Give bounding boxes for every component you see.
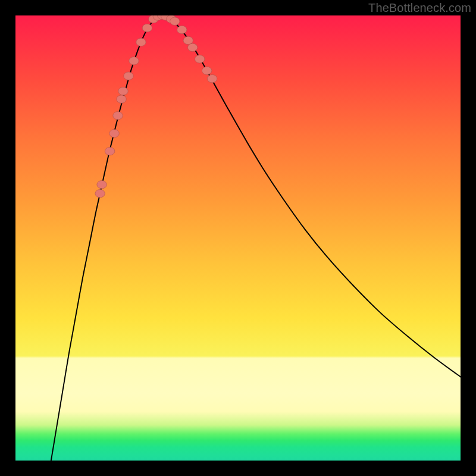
marker-point [105, 147, 114, 155]
marker-point [207, 74, 217, 82]
marker-point [195, 55, 204, 63]
marker-point [136, 38, 146, 46]
marker-point [95, 189, 105, 197]
marker-point [97, 181, 107, 189]
marker-point [170, 17, 180, 25]
bottleneck-curve [51, 15, 461, 461]
marker-point [129, 57, 139, 65]
marker-point [124, 72, 133, 80]
marker-point [183, 36, 193, 44]
marker-point [142, 24, 152, 32]
marker-point [202, 67, 211, 74]
chart-frame [15, 15, 461, 461]
marker-point [118, 87, 128, 95]
chart-svg [15, 15, 461, 461]
marker-point [187, 43, 197, 51]
marker-point [117, 95, 126, 103]
marker-group [95, 15, 217, 198]
marker-point [113, 112, 123, 120]
marker-point [109, 129, 119, 137]
watermark-text: TheBottleneck.com [368, 1, 471, 15]
marker-point [177, 26, 187, 33]
